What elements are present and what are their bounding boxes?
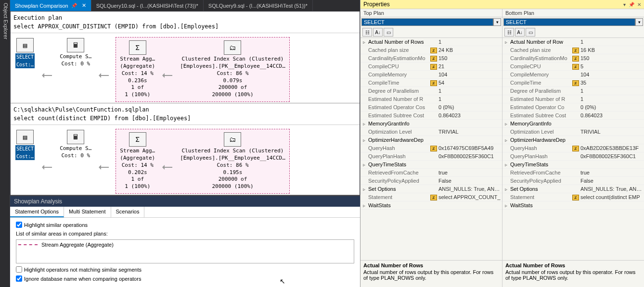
expand-icon[interactable]: ▹ (361, 203, 367, 208)
property-row[interactable]: CompileTime≠54 (361, 79, 502, 87)
property-row[interactable]: Cached plan size≠16 KB (502, 46, 644, 54)
property-row[interactable]: ▹Actual Number of Row1 (502, 38, 644, 46)
property-row[interactable]: Estimated Subtree Cost0.864023 (361, 112, 502, 120)
checkbox-input[interactable] (16, 275, 22, 282)
property-row[interactable]: ▹OptimizerHardwareDep (361, 136, 502, 144)
tab-scenarios[interactable]: Scenarios (111, 207, 145, 217)
highlight-not-matching-checkbox[interactable]: Highlight operators not matching similar… (16, 266, 354, 273)
property-row[interactable]: CompileCPU≠5 (502, 62, 644, 71)
expand-icon[interactable]: ▹ (502, 39, 509, 45)
desc-text: Actual number of rows output by this ope… (505, 269, 641, 281)
plan-canvas[interactable]: ▤ SELECT Cost:… 🖩 Compute S… Cost: 0 % Σ (11, 125, 360, 195)
property-row[interactable]: ▹OptimizerHardwareDep (502, 136, 644, 144)
property-row[interactable]: QueryPlanHash0xF8B08002E5F360C1 (502, 152, 644, 161)
chevron-down-icon[interactable]: ▾ (635, 18, 643, 26)
close-icon[interactable]: ✕ (637, 2, 641, 7)
property-grid[interactable]: ▹Actual Number of Row1Cached plan size≠1… (502, 38, 644, 260)
property-row[interactable]: Estimated Operator Co0 (0%) (502, 103, 644, 112)
property-row[interactable]: CompileMemory104 (502, 71, 644, 79)
compute-scalar-operator[interactable]: 🖩 Compute S… Cost: 0 % (59, 37, 92, 69)
tab-sqlquery10[interactable]: SQLQuery10.sql - (l...(KASHISH\Test (73)… (91, 0, 204, 11)
chevron-down-icon[interactable]: ▾ (493, 18, 501, 26)
property-row[interactable]: CompileTime≠35 (502, 79, 644, 87)
tab-multi-statement[interactable]: Multi Statement (64, 207, 111, 217)
object-selector[interactable]: SELECT ▾ (503, 18, 643, 26)
select-operator[interactable]: ▤ SELECT Cost:… (14, 129, 36, 161)
property-row[interactable]: ▹Set OptionsANSI_NULLS: True, ANSI_PAD (502, 185, 644, 193)
property-row[interactable]: ▹QueryTimeStats (361, 161, 502, 169)
expand-icon[interactable]: ▹ (361, 39, 367, 45)
dropdown-icon[interactable]: ▾ (623, 2, 626, 7)
close-icon[interactable]: ✕ (82, 2, 86, 9)
similar-areas-list[interactable]: Stream Aggregate (Aggregate) (16, 239, 354, 263)
stream-aggregate-operator[interactable]: Σ Stream Agg… (Aggregate) Cost: 14 % 0.2… (119, 131, 156, 191)
property-row[interactable]: Estimated Number of R1 (361, 95, 502, 103)
property-row[interactable]: ▹MemoryGrantInfo (502, 120, 644, 128)
expand-icon[interactable]: ▹ (361, 137, 367, 143)
expand-icon[interactable]: ▹ (502, 162, 509, 167)
op-label: SELECT (15, 53, 35, 61)
pin-icon[interactable]: 📌 (629, 2, 634, 7)
clustered-index-scan-operator[interactable]: 🗂 Clustered Index Scan (Clustered) [Empl… (179, 131, 286, 191)
property-row[interactable]: Estimated Number of R1 (502, 95, 644, 103)
property-row[interactable]: CardinalityEstimationMo≠150 (502, 54, 644, 62)
property-row[interactable]: CardinalityEstimationMo≠150 (361, 54, 502, 62)
plan-canvas[interactable]: ▤ SELECT Cost:… 🖩 Compute S… Cost: 0 % Σ (11, 33, 360, 103)
property-row[interactable]: Degree of Parallelism1 (361, 87, 502, 95)
property-row[interactable]: Statement≠select APPROX_COUNT_ (361, 193, 502, 201)
compute-scalar-operator[interactable]: 🖩 Compute S… Cost: 0 % (59, 129, 92, 161)
expand-icon[interactable]: ▹ (502, 137, 509, 143)
property-row[interactable]: RetrievedFromCachetrue (502, 169, 644, 177)
property-row[interactable]: ▹WaitStats (502, 201, 644, 210)
tab-showplan-comparison[interactable]: Showplan Comparison 📌 ✕ (10, 0, 91, 11)
expand-icon[interactable]: ▹ (502, 121, 509, 126)
tab-statement-options[interactable]: Statement Options (10, 207, 64, 217)
property-row[interactable]: ▹MemoryGrantInfo (361, 120, 502, 128)
select-operator[interactable]: ▤ SELECT Cost:… (14, 37, 36, 69)
property-row[interactable]: Cached plan size≠24 KB (361, 46, 502, 54)
checkbox-input[interactable] (16, 222, 22, 228)
property-row[interactable]: QueryHash≠0x1674975C69BF5A49 (361, 144, 502, 152)
property-row[interactable]: Optimization LevelTRIVIAL (361, 128, 502, 136)
property-row[interactable]: Estimated Subtree Cost0.864023 (502, 112, 644, 120)
expand-icon[interactable]: ▹ (361, 187, 367, 192)
tab-sqlquery9[interactable]: SQLQuery9.sql - (l...(KASHISH\Test (51))… (204, 0, 313, 11)
highlight-similar-checkbox[interactable]: Highlight similar operations (16, 222, 354, 228)
op-pct: 1 (100%) (120, 183, 155, 190)
property-row[interactable]: RetrievedFromCachetrue (361, 169, 502, 177)
property-row[interactable]: Degree of Parallelism1 (502, 87, 644, 95)
property-row[interactable]: SecurityPolicyAppliedFalse (361, 177, 502, 185)
property-row[interactable]: ▹Actual Number of Rows1 (361, 38, 502, 46)
list-item[interactable]: Stream Aggregate (Aggregate) (18, 242, 352, 248)
expand-icon[interactable]: ▹ (361, 121, 367, 126)
categorized-button[interactable]: ☷ (504, 28, 514, 37)
property-row[interactable]: CompileCPU≠21 (361, 62, 502, 71)
expand-icon[interactable]: ▹ (502, 203, 509, 208)
property-row[interactable]: Estimated Operator Cos0 (0%) (361, 103, 502, 112)
object-explorer-tab[interactable]: Object Explorer (0, 0, 10, 287)
alphabetical-button[interactable]: A↓ (515, 28, 525, 37)
property-pages-button[interactable]: ▭ (384, 28, 393, 37)
expand-icon[interactable]: ▹ (502, 187, 509, 192)
ignore-db-name-checkbox[interactable]: Ignore database name when comparing oper… (16, 275, 354, 282)
clustered-index-scan-operator[interactable]: 🗂 Clustered Index Scan (Clustered) [Empl… (179, 39, 286, 100)
pin-icon[interactable]: 📌 (71, 3, 77, 8)
alphabetical-button[interactable]: A↓ (373, 28, 383, 37)
object-selector[interactable]: SELECT ▾ (361, 18, 501, 26)
property-row[interactable]: ▹Set OptionsANSI_NULLS: True, ANSI_PAD (361, 185, 502, 193)
property-row[interactable]: CompileMemory104 (361, 71, 502, 79)
property-grid[interactable]: ▹Actual Number of Rows1Cached plan size≠… (361, 38, 502, 260)
stream-aggregate-operator[interactable]: Σ Stream Agg… (Aggregate) Cost: 14 % 0.2… (119, 39, 156, 100)
property-row[interactable]: QueryPlanHash0xF8B08002E5F360C1 (361, 152, 502, 161)
diff-icon: ≠ (430, 47, 438, 53)
property-row[interactable]: ▹WaitStats (361, 201, 502, 210)
checkbox-input[interactable] (16, 266, 22, 273)
property-row[interactable]: ▹QueryTimeStats (502, 161, 644, 169)
expand-icon[interactable]: ▹ (361, 162, 367, 167)
property-row[interactable]: QueryHash≠0xAB2D20E53BBDE13F (502, 144, 644, 152)
property-row[interactable]: Optimization LevelTRIVIAL (502, 128, 644, 136)
property-row[interactable]: SecurityPolicyAppliedFalse (502, 177, 644, 185)
property-pages-button[interactable]: ▭ (526, 28, 535, 37)
categorized-button[interactable]: ☷ (362, 28, 372, 37)
property-row[interactable]: Statement≠select count(distinct EMP (502, 193, 644, 201)
